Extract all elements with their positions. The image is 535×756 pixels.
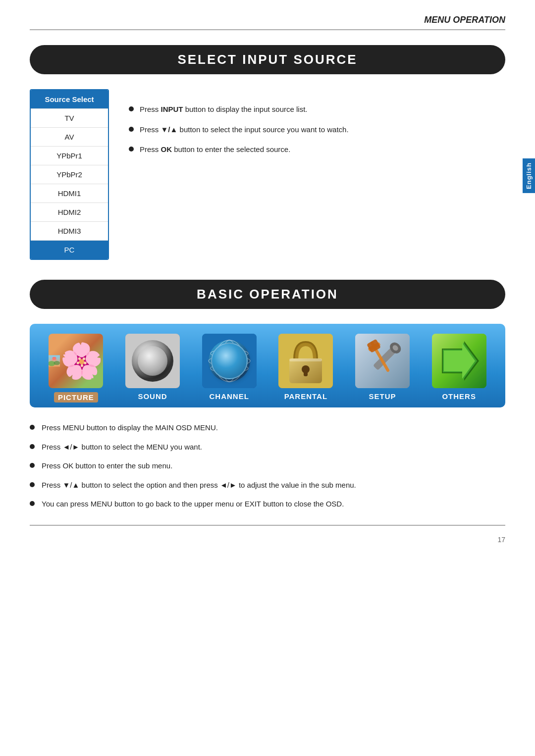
svg-point-10 <box>54 358 55 359</box>
source-hdmi1[interactable]: HDMI1 <box>31 184 108 203</box>
bottom-divider <box>30 525 505 526</box>
channel-label: CHANNEL <box>210 392 249 403</box>
basic-operation-banner: BASIC OPERATION <box>30 280 505 309</box>
basic-instruction-3-text: Press OK button to enter the sub menu. <box>42 460 172 472</box>
basic-instruction-1: Press MENU button to display the MAIN OS… <box>30 422 505 434</box>
menu-item-setup[interactable]: SETUP <box>344 334 421 403</box>
language-tab: English <box>523 158 535 193</box>
picture-label: PICTURE <box>54 392 98 403</box>
basic-instruction-1-text: Press MENU button to display the MAIN OS… <box>42 422 218 434</box>
others-icon <box>432 334 486 388</box>
source-hdmi2[interactable]: HDMI2 <box>31 203 108 222</box>
page-number: 17 <box>30 536 505 544</box>
basic-operation-title: BASIC OPERATION <box>197 287 338 302</box>
instruction-1: Press INPUT button to display the input … <box>129 104 505 115</box>
svg-point-19 <box>209 356 250 366</box>
basic-bullet-4 <box>30 482 35 487</box>
svg-point-21 <box>216 347 230 358</box>
menu-icons-bar: PICTURE <box>30 324 505 407</box>
page-header: MENU OPERATION <box>30 15 505 30</box>
source-hdmi3[interactable]: HDMI3 <box>31 222 108 241</box>
basic-instruction-2: Press ◄/► button to select the MENU you … <box>30 442 505 453</box>
svg-point-20 <box>211 364 248 372</box>
basic-instruction-2-text: Press ◄/► button to select the MENU you … <box>42 442 202 453</box>
basic-operation-instructions: Press MENU button to display the MAIN OS… <box>30 422 505 510</box>
channel-icon <box>202 334 257 388</box>
basic-instruction-4: Press ▼/▲ button to select the option an… <box>30 480 505 491</box>
svg-rect-26 <box>304 369 308 376</box>
instruction-1-text: Press INPUT button to display the input … <box>140 104 308 115</box>
others-label: OTHERS <box>442 392 476 403</box>
parental-label: PARENTAL <box>284 392 327 403</box>
basic-instruction-5: You can press MENU button to go back to … <box>30 499 505 510</box>
source-menu[interactable]: Source Select TV AV YPbPr1 YPbPr2 HDMI1 … <box>30 89 109 260</box>
select-input-source-title: SELECT INPUT SOURCE <box>177 52 357 67</box>
source-ypbpr1[interactable]: YPbPr1 <box>31 147 108 165</box>
instruction-2: Press ▼/▲ button to select the input sou… <box>129 124 505 136</box>
basic-bullet-5 <box>30 501 35 506</box>
svg-point-15 <box>209 340 250 382</box>
source-av[interactable]: AV <box>31 128 108 147</box>
svg-point-7 <box>55 357 56 358</box>
bullet-2 <box>129 127 134 132</box>
setup-label: SETUP <box>369 392 396 403</box>
select-input-source-banner: SELECT INPUT SOURCE <box>30 45 505 74</box>
menu-item-others[interactable]: OTHERS <box>421 334 497 403</box>
instruction-3: Press OK button to enter the selected so… <box>129 144 505 155</box>
svg-rect-24 <box>289 358 322 361</box>
source-pc[interactable]: PC <box>31 241 108 259</box>
sound-icon <box>125 334 180 388</box>
instruction-2-text: Press ▼/▲ button to select the input sou… <box>140 124 349 136</box>
source-instructions: Press INPUT button to display the input … <box>129 89 505 164</box>
parental-icon <box>278 334 333 388</box>
menu-item-sound[interactable]: SOUND <box>114 334 191 403</box>
basic-instruction-5-text: You can press MENU button to go back to … <box>42 499 344 510</box>
setup-icon <box>355 334 410 388</box>
bullet-3 <box>129 147 134 151</box>
svg-point-2 <box>54 361 60 365</box>
basic-instruction-4-text: Press ▼/▲ button to select the option an… <box>42 480 356 491</box>
bullet-1 <box>129 106 134 111</box>
menu-item-picture[interactable]: PICTURE <box>38 334 114 403</box>
menu-item-channel[interactable]: CHANNEL <box>191 334 268 403</box>
source-menu-header: Source Select <box>31 90 108 109</box>
svg-point-16 <box>222 340 237 382</box>
source-section: Source Select TV AV YPbPr1 YPbPr2 HDMI1 … <box>30 89 505 260</box>
svg-point-17 <box>214 340 244 382</box>
picture-icon <box>49 334 103 388</box>
menu-item-parental[interactable]: PARENTAL <box>268 334 344 403</box>
basic-operation-section: BASIC OPERATION <box>30 280 505 510</box>
basic-bullet-1 <box>30 425 35 430</box>
basic-bullet-2 <box>30 444 35 449</box>
source-tv[interactable]: TV <box>31 109 108 128</box>
instruction-3-text: Press OK button to enter the selected so… <box>140 144 290 155</box>
basic-bullet-3 <box>30 463 35 468</box>
basic-instruction-3: Press OK button to enter the sub menu. <box>30 460 505 472</box>
svg-point-18 <box>211 350 248 357</box>
svg-point-6 <box>53 357 54 358</box>
svg-point-12 <box>132 340 173 382</box>
source-ypbpr2[interactable]: YPbPr2 <box>31 165 108 184</box>
sound-label: SOUND <box>138 392 167 403</box>
